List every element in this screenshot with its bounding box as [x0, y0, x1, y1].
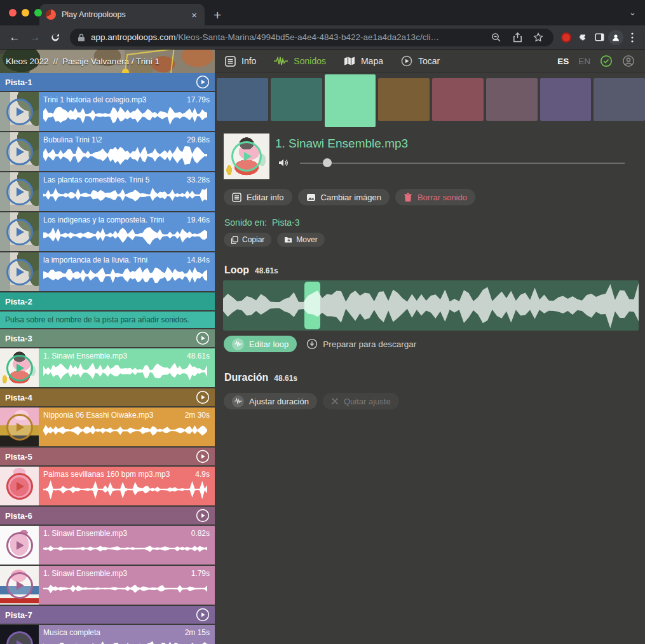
record-extension-icon[interactable]: [559, 30, 574, 45]
sound-row[interactable]: 1. Sinawi Ensemble.mp348.61s: [0, 348, 215, 387]
track-swatch-2[interactable]: [271, 78, 322, 121]
track-play-button[interactable]: [196, 449, 210, 463]
sound-thumbnail[interactable]: [0, 526, 39, 565]
adjust-duration-button[interactable]: Ajustar duración: [224, 393, 317, 409]
sound-title: 1. Sinawi Ensemble.mp3: [275, 137, 408, 151]
sound-thumbnail[interactable]: [0, 212, 39, 251]
edit-info-button[interactable]: Editar info: [224, 189, 292, 205]
extensions-puzzle-icon[interactable]: [575, 30, 590, 45]
sound-thumbnail[interactable]: [0, 92, 39, 131]
track-header-pista-1[interactable]: Pista-1: [0, 73, 215, 91]
forward-button[interactable]: →: [25, 28, 44, 47]
address-bar[interactable]: app.antropoloops.com/Kleos-Santa-Marina/…: [70, 29, 553, 46]
breadcrumb[interactable]: Kleos 2022 // Pasaje Valvanera / Trini 1: [0, 50, 215, 73]
sound-row[interactable]: Palmas sevillanas 160 bpm mp3.mp34.9s: [0, 467, 215, 505]
sound-row[interactable]: Las plantas comestibles. Trini 533.28s: [0, 172, 215, 211]
zoom-icon[interactable]: [489, 30, 504, 45]
track-swatch-3[interactable]: [325, 74, 376, 127]
track-swatch-5[interactable]: [432, 78, 484, 121]
volume-slider-thumb[interactable]: [323, 158, 332, 167]
track-play-button[interactable]: [196, 331, 210, 345]
delete-sound-button[interactable]: Borrar sonido: [395, 189, 475, 205]
sound-row[interactable]: la importancia de la lluvia. Trini14.84s: [0, 252, 215, 291]
track-empty-message: Pulsa sobre el nombre de la pista para a…: [0, 312, 215, 328]
sound-thumbnail[interactable]: [0, 566, 39, 605]
sound-thumbnail[interactable]: [0, 348, 39, 387]
sound-row[interactable]: 1. Sinawi Ensemble.mp31.79s: [0, 566, 215, 605]
sound-row[interactable]: Los indigenas y la compostela. Trini19.4…: [0, 212, 215, 251]
track-name: Pista-2: [5, 297, 32, 306]
profile-avatar-icon[interactable]: [608, 30, 623, 45]
sound-duration: 1.79s: [191, 569, 210, 578]
sound-row[interactable]: Trini 1 historia del colegio.mp317.79s: [0, 92, 215, 131]
track-header-pista-6[interactable]: Pista-6: [0, 507, 215, 524]
adjust-duration-wave-icon: [232, 395, 244, 408]
track-play-button[interactable]: [196, 509, 210, 523]
browser-tab[interactable]: Play Antropoloops ×: [39, 4, 205, 25]
close-tab-icon[interactable]: ×: [190, 9, 198, 21]
new-tab-button[interactable]: +: [214, 8, 221, 22]
close-window-button[interactable]: [9, 9, 17, 17]
sound-info: Musica completa2m 15s: [39, 625, 215, 644]
sound-thumbnail[interactable]: [0, 467, 39, 505]
loop-waveform-panel[interactable]: [223, 280, 639, 331]
sound-thumbnail[interactable]: [0, 172, 39, 211]
sound-row[interactable]: Nipponia 06 Esashi Oiwake.mp32m 30s: [0, 408, 215, 446]
nav-tab-info[interactable]: Info: [225, 56, 256, 67]
sound-thumbnail[interactable]: [0, 132, 39, 171]
track-swatch-8[interactable]: [594, 78, 645, 121]
duration-heading: Duración48.61s: [224, 372, 297, 383]
side-panel-icon[interactable]: [592, 30, 607, 45]
copy-icon: [231, 236, 238, 244]
track-header-pista-4[interactable]: Pista-4: [0, 388, 215, 406]
sound-title: Las plantas comestibles. Trini 5: [43, 175, 182, 184]
sound-in-track-link[interactable]: Pista-3: [272, 217, 300, 228]
bookmark-star-icon[interactable]: [531, 30, 546, 45]
nav-tab-tocar[interactable]: Tocar: [401, 55, 440, 67]
sound-in-row: Sonido en:Pista-3: [224, 217, 300, 228]
nav-tab-sonidos[interactable]: Sonidos: [274, 56, 326, 66]
sound-info: 1. Sinawi Ensemble.mp31.79s: [39, 566, 215, 605]
change-image-button[interactable]: Cambiar imágen: [298, 189, 390, 205]
track-play-button[interactable]: [196, 608, 210, 622]
nav-tab-mapa[interactable]: Mapa: [344, 56, 383, 66]
sound-thumbnail[interactable]: [0, 252, 39, 291]
sound-info: 1. Sinawi Ensemble.mp348.61s: [39, 348, 215, 387]
tab-search-chevron-icon[interactable]: ⌄: [629, 8, 636, 17]
prepare-download-button[interactable]: Preparar para descargar: [306, 338, 416, 350]
sound-row[interactable]: Bubulina Trini 1\229.68s: [0, 132, 215, 171]
move-button[interactable]: Mover: [277, 233, 324, 247]
volume-slider[interactable]: [300, 158, 625, 168]
track-swatch-7[interactable]: [540, 78, 592, 121]
waveform-icon: [274, 56, 288, 66]
sound-thumbnail[interactable]: [0, 408, 39, 446]
breadcrumb-project[interactable]: Kleos 2022: [6, 57, 49, 66]
lang-es-button[interactable]: ES: [557, 57, 569, 66]
maximize-window-button[interactable]: [34, 9, 42, 17]
track-header-pista-7[interactable]: Pista-7: [0, 606, 215, 624]
edit-loop-button[interactable]: Editar loop: [224, 336, 297, 352]
share-icon[interactable]: [510, 30, 525, 45]
sound-waveform: [43, 186, 207, 205]
sound-row[interactable]: Musica completa2m 15s: [0, 625, 215, 644]
track-swatch-4[interactable]: [378, 78, 430, 121]
track-header-pista-5[interactable]: Pista-5: [0, 448, 215, 465]
track-header-pista-2[interactable]: Pista-2: [0, 292, 215, 310]
track-play-button[interactable]: [196, 390, 210, 404]
track-swatch-6[interactable]: [486, 78, 538, 121]
lang-en-button[interactable]: EN: [578, 57, 590, 66]
account-icon[interactable]: [622, 55, 635, 67]
sound-row[interactable]: 1. Sinawi Ensemble.mp30.82s: [0, 526, 215, 565]
sound-image[interactable]: [224, 134, 269, 179]
sound-thumbnail[interactable]: [0, 625, 39, 644]
browser-menu-icon[interactable]: [625, 30, 640, 45]
copy-button[interactable]: Copiar: [224, 233, 271, 247]
reload-button[interactable]: [46, 28, 65, 47]
back-button[interactable]: ←: [5, 28, 24, 47]
sound-duration: 4.9s: [195, 470, 210, 479]
minimize-window-button[interactable]: [22, 9, 29, 17]
track-swatch-1[interactable]: [217, 78, 268, 121]
track-play-button[interactable]: [196, 75, 210, 89]
remove-adjust-button[interactable]: Quitar ajuste: [323, 393, 399, 409]
track-header-pista-3[interactable]: Pista-3: [0, 329, 215, 347]
